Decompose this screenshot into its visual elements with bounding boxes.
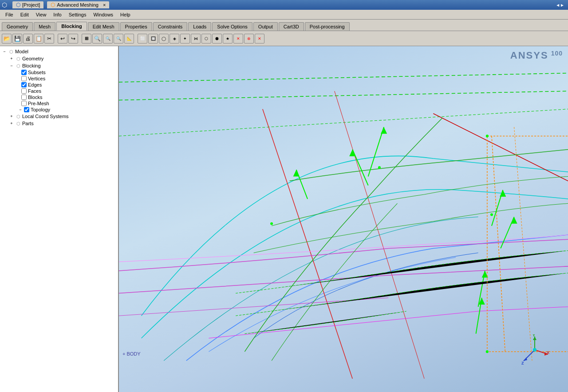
icon-blocking7[interactable]: ⬡ xyxy=(201,34,211,44)
svg-text:Z: Z xyxy=(521,361,524,365)
svg-text:X: X xyxy=(547,350,549,355)
icon-blocking3[interactable]: ◯ xyxy=(159,34,169,44)
svg-marker-13 xyxy=(293,170,300,176)
tree-item-vertices[interactable]: Vertices xyxy=(0,75,118,82)
geometry-label: Geometry xyxy=(22,56,43,61)
tab-solve-options[interactable]: Solve Options xyxy=(212,22,252,31)
checkbox-edges[interactable] xyxy=(21,82,27,87)
svg-line-4 xyxy=(335,91,424,379)
title-bar: ⬡ ⬡ [Project] ⬡ Advanced Meshing × ◄► xyxy=(0,0,568,10)
viewport[interactable]: + BODY ANSYS 100 Z X Y xyxy=(119,46,568,392)
tree-item-topology[interactable]: − Topology xyxy=(0,107,118,113)
main-layout: − ⬡ Model + ⬡ Geometry − ⬡ Blocking Subs… xyxy=(0,46,568,392)
svg-line-5 xyxy=(433,114,568,181)
icon-copy[interactable]: 📋 xyxy=(34,34,43,44)
icon-blocking1[interactable]: ⬜ xyxy=(138,34,147,44)
model-label: Model xyxy=(15,49,28,54)
icon-blocking2[interactable]: 🔲 xyxy=(148,34,158,44)
blocks-label: Blocks xyxy=(28,95,42,100)
icon-blocking6[interactable]: ⋈ xyxy=(191,34,201,44)
geometry-folder-icon: ⬡ xyxy=(15,55,21,62)
icon-blocking12[interactable]: ✕ xyxy=(255,34,264,44)
vertices-label: Vertices xyxy=(28,76,45,81)
tree-item-parts[interactable]: + ⬡ Parts xyxy=(0,120,118,127)
icon-redo[interactable]: ↪ xyxy=(68,34,78,44)
icon-blocking8[interactable]: ⬢ xyxy=(212,34,222,44)
nav-arrows[interactable]: ◄► xyxy=(554,3,566,8)
tab-loads[interactable]: Loads xyxy=(188,22,211,31)
checkbox-pre-mesh[interactable] xyxy=(21,101,27,106)
icon-undo[interactable]: ↩ xyxy=(58,34,67,44)
tree-item-edges[interactable]: Edges xyxy=(0,82,118,88)
checkbox-subsets[interactable] xyxy=(21,70,27,75)
menu-info[interactable]: Info xyxy=(50,11,65,18)
menu-view[interactable]: View xyxy=(32,11,50,18)
tree-item-faces[interactable]: Faces xyxy=(0,88,118,94)
tab-cart3d[interactable]: Cart3D xyxy=(279,22,304,31)
tree-item-pre-mesh[interactable]: Pre-Mesh xyxy=(0,100,118,107)
icon-blocking9[interactable]: ★ xyxy=(223,34,233,44)
pre-mesh-label: Pre-Mesh xyxy=(28,101,49,106)
icon-zoom-out[interactable]: 🔍 xyxy=(114,34,123,44)
expand-blocking[interactable]: − xyxy=(8,63,15,68)
tab-constraints[interactable]: Constraints xyxy=(153,22,188,31)
parts-label: Parts xyxy=(22,121,34,126)
icon-cut[interactable]: ✂ xyxy=(44,34,54,44)
icon-blocking11[interactable]: ⊗ xyxy=(244,34,254,44)
menu-file[interactable]: File xyxy=(2,11,17,18)
tab-edit-mesh[interactable]: Edit Mesh xyxy=(88,22,119,31)
checkbox-topology[interactable] xyxy=(24,107,29,112)
model-icon: ⬡ xyxy=(8,48,14,55)
app-icon: ⬡ xyxy=(2,1,7,8)
menu-windows[interactable]: Windows xyxy=(90,11,117,18)
expand-model[interactable]: − xyxy=(1,49,8,54)
icon-open[interactable]: 📂 xyxy=(2,34,12,44)
svg-rect-22 xyxy=(487,136,568,352)
close-tab-btn[interactable]: × xyxy=(103,2,106,8)
svg-marker-11 xyxy=(349,150,355,156)
tab-mesh[interactable]: Mesh xyxy=(34,22,55,31)
svg-marker-17 xyxy=(511,217,517,224)
svg-point-27 xyxy=(486,350,489,353)
parts-icon: ⬡ xyxy=(15,120,21,127)
icon-zoom-all[interactable]: ⊞ xyxy=(82,34,91,44)
tab-geometry[interactable]: Geometry xyxy=(2,22,33,31)
blocking-folder-icon: ⬡ xyxy=(15,63,21,69)
icon-blocking10[interactable]: ✕ xyxy=(233,34,243,44)
tab-properties[interactable]: Properties xyxy=(120,22,152,31)
local-coord-label: Local Coord Systems xyxy=(22,114,69,119)
meshing-tab[interactable]: ⬡ Advanced Meshing × xyxy=(47,1,109,8)
tree-item-blocking[interactable]: − ⬡ Blocking xyxy=(0,62,118,69)
expand-local-coord[interactable]: + xyxy=(8,114,15,119)
svg-point-29 xyxy=(270,222,273,225)
icon-blocking5[interactable]: ✦ xyxy=(180,34,190,44)
tree-item-subsets[interactable]: Subsets xyxy=(0,69,118,75)
checkbox-vertices[interactable] xyxy=(21,76,27,81)
menu-settings[interactable]: Settings xyxy=(65,11,90,18)
expand-geometry[interactable]: + xyxy=(8,56,15,61)
icon-select[interactable]: 📐 xyxy=(124,34,134,44)
tab-blocking[interactable]: Blocking xyxy=(56,22,87,31)
icon-save[interactable]: 💾 xyxy=(12,34,22,44)
menu-edit[interactable]: Edit xyxy=(17,11,32,18)
tab-output[interactable]: Output xyxy=(253,22,278,31)
tree-item-local-coord[interactable]: + ⬡ Local Coord Systems xyxy=(0,113,118,120)
tree-item-blocks[interactable]: Blocks xyxy=(0,94,118,100)
icon-print[interactable]: 🖨 xyxy=(23,34,33,44)
project-tab[interactable]: ⬡ [Project] xyxy=(12,1,43,8)
expand-topology[interactable]: − xyxy=(17,107,24,112)
icon-zoom-in[interactable]: 🔍 xyxy=(103,34,113,44)
tree-item-geometry[interactable]: + ⬡ Geometry xyxy=(0,55,118,62)
checkbox-faces[interactable] xyxy=(21,88,27,94)
expand-parts[interactable]: + xyxy=(8,121,15,126)
icon-blocking4[interactable]: ◈ xyxy=(170,34,179,44)
icon-zoom-box[interactable]: 🔍 xyxy=(92,34,102,44)
local-coord-icon: ⬡ xyxy=(15,113,21,119)
menu-help[interactable]: Help xyxy=(117,11,134,18)
tree-item-model[interactable]: − ⬡ Model xyxy=(0,48,118,55)
checkbox-blocks[interactable] xyxy=(21,95,27,100)
ansys-watermark: ANSYS 100 xyxy=(510,50,563,61)
tab-post-processing[interactable]: Post-processing xyxy=(305,22,350,31)
left-panel: − ⬡ Model + ⬡ Geometry − ⬡ Blocking Subs… xyxy=(0,46,119,392)
toolbar-tabs: Geometry Mesh Blocking Edit Mesh Propert… xyxy=(0,20,568,31)
